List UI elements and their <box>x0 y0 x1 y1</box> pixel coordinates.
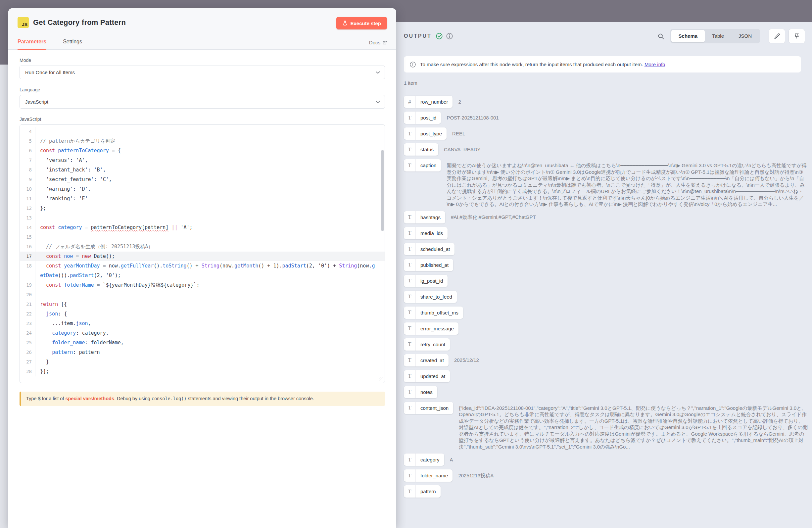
tab-table[interactable]: Table <box>705 30 731 42</box>
schema-field-pill-pattern[interactable]: Tpattern <box>404 485 440 498</box>
schema-field-row: Tpost_typeREEL <box>404 128 808 140</box>
string-type-icon: T <box>404 227 416 239</box>
schema-field-pill-share_to_feed[interactable]: Tshare_to_feed <box>404 291 457 303</box>
docs-link[interactable]: Docs <box>369 40 387 45</box>
schema-field-name: post_type <box>416 128 447 140</box>
tab-json[interactable]: JSON <box>731 30 759 42</box>
execute-step-button[interactable]: Execute step <box>336 17 387 29</box>
schema-field-name: folder_name <box>416 469 452 482</box>
string-type-icon: T <box>404 469 416 482</box>
schema-field-name: caption <box>416 159 441 172</box>
code-line: 17 const now = new Date(); <box>20 252 385 261</box>
code-line: 22 json: { <box>20 309 385 319</box>
pin-data-button[interactable] <box>788 29 805 43</box>
schema-field-name: ig_post_id <box>416 275 448 287</box>
schema-field-pill-content_json[interactable]: Tcontent_json <box>404 402 453 414</box>
string-type-icon: T <box>404 211 416 223</box>
editor-resize-grip[interactable] <box>379 377 383 381</box>
line-number: 16 <box>20 242 35 252</box>
schema-field-name: share_to_feed <box>416 291 457 303</box>
line-number: 19 <box>20 280 35 290</box>
schema-field-pill-error_message[interactable]: Terror_message <box>404 322 459 335</box>
schema-field-name: published_at <box>416 259 453 271</box>
string-type-icon: T <box>404 291 416 303</box>
special-vars-link[interactable]: special vars/methods <box>65 396 114 401</box>
pencil-icon <box>774 33 780 39</box>
code-line: 15 <box>20 232 385 242</box>
string-type-icon: T <box>404 402 416 414</box>
schema-field-name: updated_at <box>416 370 450 382</box>
schema-field-pill-created_at[interactable]: Tcreated_at <box>404 354 449 366</box>
info-circle-icon <box>409 61 416 68</box>
schema-field-pill-retry_count[interactable]: Tretry_count <box>404 338 450 351</box>
string-type-icon: T <box>404 275 416 287</box>
line-number: 27 <box>20 357 35 367</box>
code-line: 6const patternToCategory = { <box>20 146 385 156</box>
language-select[interactable]: JavaScript <box>19 95 385 108</box>
schema-field-pill-status[interactable]: Tstatus <box>404 143 438 156</box>
schema-field-name: created_at <box>416 354 449 366</box>
editor-scrollbar[interactable] <box>381 150 384 231</box>
schema-field-row: Tscheduled_at <box>404 243 808 255</box>
edit-output-button[interactable] <box>769 29 785 43</box>
number-type-icon: # <box>404 96 416 108</box>
code-line: 16 // フォルダ名を生成（例: 20251213投稿A） <box>20 242 385 252</box>
schema-field-row: Tig_post_id <box>404 275 808 287</box>
string-type-icon: T <box>404 307 416 319</box>
code-editor[interactable]: 4 5// patternからカテゴリを判定6const patternToCa… <box>19 124 385 383</box>
line-number: 24 <box>20 328 35 338</box>
code-line: 28}]; <box>20 367 385 376</box>
schema-field-list: #row_number2Tpost_idPOST-2025121108-001T… <box>404 96 808 498</box>
tab-schema[interactable]: Schema <box>671 30 705 42</box>
code-line: 7 'versus': 'A', <box>20 156 385 165</box>
mode-select[interactable]: Run Once for All Items <box>19 65 385 79</box>
schema-field-name: error_message <box>416 322 459 335</box>
line-number: 5 <box>20 136 35 146</box>
schema-field-row: TstatusCANVA_READY <box>404 143 808 156</box>
code-line: 23 ...item.json, <box>20 319 385 328</box>
code-line: 19 const folderName = `${yearMonthDay}投稿… <box>20 280 385 290</box>
success-check-icon <box>436 32 443 40</box>
code-line: 13 <box>20 213 385 223</box>
schema-field-pill-post_type[interactable]: Tpost_type <box>404 128 447 140</box>
string-type-icon: T <box>404 159 416 172</box>
search-button[interactable] <box>655 29 667 43</box>
mode-label: Mode <box>19 58 385 63</box>
string-type-icon: T <box>404 143 416 156</box>
line-number: 4 <box>20 127 35 136</box>
schema-field-pill-notes[interactable]: Tnotes <box>404 386 437 398</box>
output-panel-title: OUTPUT <box>404 33 432 39</box>
string-type-icon: T <box>404 259 416 271</box>
schema-field-pill-category[interactable]: Tcategory <box>404 454 444 466</box>
line-number: 20 <box>20 290 35 299</box>
schema-field-name: scheduled_at <box>416 243 454 255</box>
schema-field-pill-row_number[interactable]: #row_number <box>404 96 452 108</box>
schema-field-pill-published_at[interactable]: Tpublished_at <box>404 259 453 271</box>
schema-field-pill-updated_at[interactable]: Tupdated_at <box>404 370 450 382</box>
code-line: 14const category = patternToCategory[pat… <box>20 223 385 232</box>
schema-field-pill-scheduled_at[interactable]: Tscheduled_at <box>404 243 454 255</box>
schema-field-row: Tpublished_at <box>404 259 808 271</box>
schema-field-pill-thumb_offset_ms[interactable]: Tthumb_offset_ms <box>404 307 463 319</box>
schema-field-pill-caption[interactable]: Tcaption <box>404 159 441 172</box>
node-settings-panel: JS Get Category from Pattern Execute ste… <box>8 8 396 528</box>
code-line: 4 <box>20 127 385 136</box>
schema-field-row: Tshare_to_feed <box>404 291 808 303</box>
dimmed-canvas-backdrop-left <box>0 0 8 64</box>
schema-field-pill-media_ids[interactable]: Tmedia_ids <box>404 227 448 239</box>
items-count: 1 item <box>404 80 808 86</box>
schema-field-name: notes <box>416 386 437 398</box>
schema-field-pill-hashtags[interactable]: Thashtags <box>404 211 445 223</box>
code-line: 5// patternからカテゴリを判定 <box>20 136 385 146</box>
schema-field-pill-folder_name[interactable]: Tfolder_name <box>404 469 452 482</box>
chevron-down-icon <box>376 71 380 74</box>
string-type-icon: T <box>404 485 416 498</box>
node-header: JS Get Category from Pattern Execute ste… <box>8 8 396 50</box>
tab-settings[interactable]: Settings <box>63 39 82 49</box>
schema-field-pill-post_id[interactable]: Tpost_id <box>404 112 441 124</box>
schema-field-name: content_json <box>416 402 453 414</box>
schema-field-pill-ig_post_id[interactable]: Tig_post_id <box>404 275 448 287</box>
tab-parameters[interactable]: Parameters <box>17 39 46 49</box>
more-info-link[interactable]: More info <box>644 62 665 67</box>
external-link-icon <box>383 40 387 45</box>
